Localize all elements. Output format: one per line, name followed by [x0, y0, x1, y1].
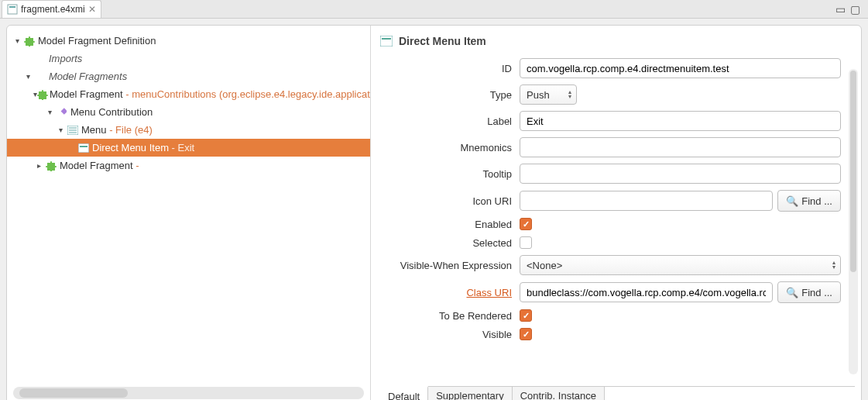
find-iconuri-button[interactable]: 🔍 Find ...	[777, 190, 841, 212]
form-area: ID Type Push ▴▾ Label Mnemonics	[380, 58, 855, 383]
row-visible: Visible	[380, 328, 841, 340]
visible-checkbox[interactable]	[520, 328, 532, 340]
label-id: ID	[380, 63, 520, 74]
row-id: ID	[380, 58, 841, 78]
details-pane: Direct Menu Item ID Type Push ▴▾ Label	[371, 26, 861, 400]
svg-rect-8	[80, 146, 87, 147]
editor-tab[interactable]: fragment.e4xmi ✕	[2, 0, 101, 18]
svg-rect-1	[9, 6, 15, 8]
tree-row-root[interactable]: ▾ Model Fragment Definition	[7, 32, 370, 50]
svg-rect-9	[380, 36, 393, 47]
details-header: Direct Menu Item	[380, 35, 855, 47]
row-classuri: Class URI 🔍 Find ...	[380, 281, 841, 303]
vwe-select[interactable]: <None> ▴▾	[520, 255, 841, 275]
label-selected: Selected	[380, 237, 520, 249]
type-select[interactable]: Push ▴▾	[520, 84, 577, 105]
tab-supplementary[interactable]: Supplementary	[428, 387, 512, 400]
label-classuri[interactable]: Class URI	[380, 287, 520, 298]
row-vwe: Visible-When Expression <None> ▴▾	[380, 255, 841, 275]
editor-tab-label: fragment.e4xmi	[21, 4, 85, 15]
label-visible: Visible	[380, 329, 520, 340]
chevron-updown-icon: ▴▾	[568, 90, 571, 99]
label-tbr: To Be Rendered	[380, 310, 520, 322]
detail-tabs: Default Supplementary Contrib. Instance	[380, 386, 855, 400]
tree-label: Direct Menu Item - Exit	[91, 142, 194, 153]
row-type: Type Push ▴▾	[380, 84, 841, 105]
minimize-icon[interactable]: ▭	[835, 3, 846, 16]
close-icon[interactable]: ✕	[88, 4, 96, 15]
chevron-updown-icon: ▴▾	[832, 260, 835, 270]
selected-checkbox[interactable]	[520, 236, 532, 249]
svg-rect-0	[8, 5, 17, 14]
tree-row-fragment-2[interactable]: ▸ Model Fragment -	[7, 157, 370, 174]
enabled-checkbox[interactable]	[520, 218, 532, 230]
puzzle-icon	[44, 160, 58, 171]
tree-label: Menu Contribution	[69, 106, 153, 118]
tree-label: Menu - File (e4)	[80, 124, 153, 136]
tree-pane: ▾ Model Fragment Definition Imports ▾ Mo…	[7, 26, 371, 400]
tree-row-menucontrib[interactable]: ▾ Menu Contribution	[7, 103, 370, 121]
file-icon	[7, 4, 18, 15]
maximize-icon[interactable]: ▢	[850, 3, 860, 16]
tree-label: Model Fragment -	[58, 160, 139, 171]
puzzle-icon	[22, 36, 36, 47]
details-title: Direct Menu Item	[399, 35, 486, 47]
label-enabled: Enabled	[380, 219, 520, 230]
main-split: ▾ Model Fragment Definition Imports ▾ Mo…	[6, 25, 862, 400]
row-mnemonics: Mnemonics	[380, 137, 841, 157]
search-icon: 🔍	[786, 195, 798, 207]
search-icon: 🔍	[786, 287, 798, 298]
puzzle-icon	[37, 89, 48, 100]
menuitem-icon	[380, 36, 393, 47]
tree-row-fragment-1[interactable]: ▾ Model Fragment - menuContributions (or…	[7, 85, 370, 103]
scrollbar-thumb[interactable]	[850, 71, 856, 272]
label-field[interactable]	[520, 111, 841, 131]
label-iconuri: Icon URI	[380, 195, 520, 207]
toolbar-right: ▭ ▢	[835, 0, 868, 18]
tab-contrib-instance[interactable]: Contrib. Instance	[513, 387, 605, 400]
row-iconuri: Icon URI 🔍 Find ...	[380, 190, 841, 212]
tooltip-field[interactable]	[520, 164, 841, 184]
tree-row-fragments[interactable]: ▾ Model Fragments	[7, 67, 370, 85]
label-type: Type	[380, 89, 520, 101]
id-field[interactable]	[520, 58, 841, 78]
tree-label: Model Fragment - menuContributions (org.…	[48, 88, 370, 100]
mnemonics-field[interactable]	[520, 137, 841, 157]
row-selected: Selected	[380, 236, 841, 249]
tree-row-imports[interactable]: Imports	[7, 50, 370, 67]
tree-row-menu[interactable]: ▾ Menu - File (e4)	[7, 121, 370, 139]
expander-icon[interactable]: ▾	[55, 126, 66, 134]
label-tooltip: Tooltip	[380, 168, 520, 180]
expander-icon[interactable]: ▾	[12, 36, 22, 45]
expander-icon[interactable]: ▾	[44, 108, 55, 116]
vertical-scrollbar[interactable]	[849, 69, 858, 374]
row-tbr: To Be Rendered	[380, 309, 841, 322]
horizontal-scrollbar[interactable]	[13, 387, 364, 399]
tab-default[interactable]: Default	[380, 386, 428, 400]
iconuri-field[interactable]	[520, 191, 773, 211]
expander-icon[interactable]: ▾	[22, 72, 33, 81]
label-mnemonics: Mnemonics	[380, 142, 520, 153]
find-classuri-button[interactable]: 🔍 Find ...	[777, 281, 841, 303]
expander-icon[interactable]: ▸	[33, 161, 44, 170]
svg-rect-7	[78, 143, 89, 153]
editor-tabbar: fragment.e4xmi ✕ ▭ ▢	[0, 0, 868, 19]
svg-rect-10	[382, 38, 391, 40]
tree-label: Model Fragments	[47, 71, 127, 82]
row-label: Label	[380, 111, 841, 131]
menuitem-icon	[77, 143, 91, 153]
model-tree: ▾ Model Fragment Definition Imports ▾ Mo…	[7, 32, 370, 384]
tbr-checkbox[interactable]	[520, 309, 532, 322]
svg-rect-2	[61, 108, 67, 114]
tree-label: Imports	[47, 53, 82, 64]
diamond-icon	[55, 108, 69, 117]
row-enabled: Enabled	[380, 218, 841, 230]
label-vwe: Visible-When Expression	[380, 260, 520, 271]
scrollbar-thumb[interactable]	[19, 388, 128, 398]
label-label: Label	[380, 116, 520, 127]
row-tooltip: Tooltip	[380, 164, 841, 184]
tree-row-directmenuitem[interactable]: Direct Menu Item - Exit	[7, 139, 370, 157]
classuri-field[interactable]	[520, 282, 773, 302]
tree-label: Model Fragment Definition	[36, 35, 156, 47]
menu-icon	[66, 126, 80, 135]
